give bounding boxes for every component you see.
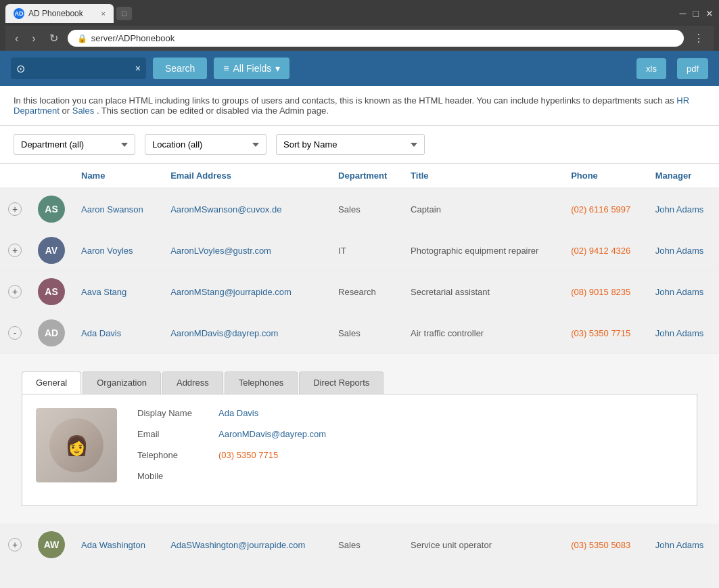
pdf-export-btn[interactable]: pdf	[677, 58, 708, 79]
close-btn[interactable]: ✕	[705, 8, 714, 19]
manager-link[interactable]: John Adams	[655, 540, 704, 550]
contacts-table-container: Name Email Address Department Title Phon…	[0, 164, 719, 562]
contact-name-link[interactable]: Ada Washington	[81, 540, 145, 550]
detail-tab[interactable]: Organization	[83, 371, 161, 394]
phone-cell: (03) 5350 7715	[563, 313, 647, 354]
detail-tab[interactable]: General	[22, 371, 81, 394]
title-cell: Service unit operator	[402, 524, 563, 563]
phone-link[interactable]: (02) 9412 4326	[571, 246, 630, 256]
search-button[interactable]: Search	[153, 58, 207, 79]
detail-tab[interactable]: Direct Reports	[299, 371, 384, 394]
refresh-btn[interactable]: ↻	[45, 30, 62, 46]
department-filter[interactable]: Department (all) Sales IT Research	[14, 134, 135, 155]
name-cell: Ada Davis	[73, 313, 162, 354]
dept-cell: Sales	[330, 188, 402, 230]
browser-tab[interactable]: AD AD Phonebook ×	[5, 4, 114, 23]
new-tab-btn[interactable]: □	[116, 7, 132, 20]
expand-cell[interactable]: +	[0, 230, 30, 271]
forward-btn[interactable]: ›	[28, 31, 39, 46]
sort-filter[interactable]: Sort by Name Sort by Department Sort by …	[276, 134, 425, 155]
expand-cell[interactable]: -	[0, 313, 30, 354]
search-clear-btn[interactable]: ×	[135, 63, 141, 74]
manager-link[interactable]: John Adams	[655, 287, 704, 297]
xls-export-btn[interactable]: xls	[636, 58, 666, 79]
expand-cell[interactable]: +	[0, 271, 30, 313]
email-link[interactable]: AaronLVoyles@gustr.com	[170, 246, 271, 256]
window-controls: ─ □ ✕	[680, 8, 714, 19]
th-title: Title	[402, 164, 563, 188]
info-banner: In this location you can place HTML incl…	[0, 86, 719, 126]
th-expand	[0, 164, 30, 188]
expand-cell[interactable]: +	[0, 188, 30, 230]
expand-btn[interactable]: +	[8, 538, 22, 551]
minimize-btn[interactable]: ─	[680, 8, 687, 19]
contacts-table: Name Email Address Department Title Phon…	[0, 164, 719, 562]
expand-btn[interactable]: +	[8, 285, 22, 298]
expand-btn[interactable]: -	[8, 326, 22, 340]
fields-chevron: ▾	[275, 63, 280, 74]
contact-name-link[interactable]: Aaron Swanson	[81, 204, 143, 214]
maximize-btn[interactable]: □	[693, 8, 699, 19]
expand-btn[interactable]: +	[8, 244, 22, 257]
table-row: - AD Ada Davis AaronMDavis@dayrep.com Sa…	[0, 313, 719, 354]
address-text: server/ADPhonebook	[91, 33, 175, 43]
search-icon: ⊙	[16, 62, 25, 75]
detail-row: GeneralOrganizationAddressTelephonesDire…	[0, 354, 719, 524]
location-filter[interactable]: Location (all) Sydney Melbourne	[145, 134, 266, 155]
manager-link[interactable]: John Adams	[655, 328, 704, 338]
phone-cell: (08) 9015 8235	[563, 271, 647, 313]
mobile-label: Mobile	[137, 471, 205, 481]
tab-close-btn[interactable]: ×	[101, 9, 106, 18]
tab-title: AD Phonebook	[28, 9, 83, 18]
phone-link[interactable]: (03) 5350 5083	[571, 540, 630, 550]
dept-cell: Sales	[330, 524, 402, 563]
email-link[interactable]: AdaSWashington@jourrapide.com	[170, 540, 305, 550]
email-cell: AaronMStang@jourrapide.com	[162, 271, 330, 313]
detail-content: 👩 Display Name Ada Davis Email AaronMDav…	[22, 394, 697, 506]
email-cell: AaronMDavis@dayrep.com	[162, 313, 330, 354]
email-link[interactable]: AaronMSwanson@cuvox.de	[170, 204, 281, 214]
back-btn[interactable]: ‹	[11, 31, 22, 46]
table-row: + AV Aaron Voyles AaronLVoyles@gustr.com…	[0, 230, 719, 271]
address-bar[interactable]: 🔒 server/ADPhonebook	[68, 30, 684, 47]
avatar: AS	[38, 278, 65, 305]
avatar-cell: AV	[30, 230, 73, 271]
sales-link[interactable]: Sales	[72, 106, 95, 116]
manager-link[interactable]: John Adams	[655, 246, 704, 256]
info-text-between: or	[62, 106, 72, 116]
phone-cell: (02) 9412 4326	[563, 230, 647, 271]
tab-icon: AD	[14, 8, 24, 19]
phone-cell: (03) 5350 5083	[563, 524, 647, 563]
phone-link[interactable]: (08) 9015 8235	[571, 287, 630, 297]
contact-name-link[interactable]: Aava Stang	[81, 287, 126, 297]
table-row: + AW Ada Washington AdaSWashington@jourr…	[0, 524, 719, 563]
th-avatar	[30, 164, 73, 188]
display-name-field: Display Name Ada Davis	[137, 408, 683, 418]
title-cell: Photographic equipment repairer	[402, 230, 563, 271]
phone-link[interactable]: (03) 5350 7715	[571, 328, 630, 338]
expand-btn[interactable]: +	[8, 202, 22, 216]
detail-tab[interactable]: Address	[162, 371, 223, 394]
avatar-cell: AD	[30, 313, 73, 354]
contact-name-link[interactable]: Aaron Voyles	[81, 246, 133, 256]
fields-button[interactable]: ≡ All Fields ▾	[214, 58, 289, 79]
search-input[interactable]	[11, 58, 146, 79]
th-dept: Department	[330, 164, 402, 188]
expand-cell[interactable]: +	[0, 524, 30, 563]
manager-link[interactable]: John Adams	[655, 204, 704, 214]
manager-cell: John Adams	[647, 271, 719, 313]
email-link[interactable]: AaronMStang@jourrapide.com	[170, 287, 292, 297]
browser-more-btn[interactable]: ⋮	[689, 30, 708, 46]
email-link[interactable]: AaronMDavis@dayrep.com	[170, 328, 278, 338]
browser-chrome: AD AD Phonebook × □ ─ □ ✕ ‹ › ↻ 🔒 server…	[0, 0, 719, 51]
phone-link[interactable]: (02) 6116 5997	[571, 204, 630, 214]
manager-cell: John Adams	[647, 188, 719, 230]
dept-cell: IT	[330, 230, 402, 271]
browser-nav: ‹ › ↻ 🔒 server/ADPhonebook ⋮	[5, 26, 714, 51]
email-cell: AaronLVoyles@gustr.com	[162, 230, 330, 271]
email-label: Email	[137, 429, 205, 439]
contact-name-link[interactable]: Ada Davis	[81, 328, 121, 338]
email-cell: AdaSWashington@jourrapide.com	[162, 524, 330, 563]
detail-fields: Display Name Ada Davis Email AaronMDavis…	[137, 408, 683, 492]
detail-tab[interactable]: Telephones	[225, 371, 298, 394]
